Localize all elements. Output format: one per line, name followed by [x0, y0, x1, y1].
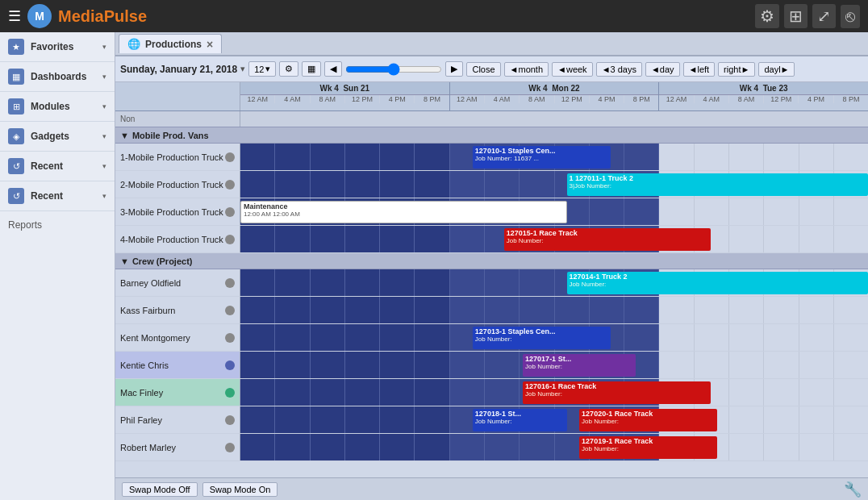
row-toggle[interactable]	[225, 415, 235, 425]
row-toggle[interactable]	[225, 306, 235, 315]
sidebar-item-modules[interactable]: ⊞ Modules ▾	[0, 92, 115, 122]
event-127014[interactable]: 127014-1 Truck 2 Job Number:	[567, 272, 868, 294]
sidebar-label-gadgets: Gadgets	[31, 131, 96, 142]
tab-label: Productions	[145, 39, 202, 50]
right-button[interactable]: right►	[718, 62, 755, 77]
event-127010[interactable]: 127010-1 Staples Cen... Job Number: 1163…	[473, 146, 611, 169]
event-title: 1 127011-1 Truck 2	[570, 174, 866, 182]
sidebar-label-recent2: Recent	[31, 190, 96, 202]
sidebar-item-dashboards[interactable]: ▦ Dashboards ▾	[0, 62, 115, 92]
row-toggle[interactable]	[225, 235, 235, 244]
event-127019[interactable]: 127019-1 Race Track Job Number:	[579, 436, 717, 459]
week-button[interactable]: ◄week	[552, 62, 593, 77]
row-toggle[interactable]	[225, 278, 235, 288]
dayl-button[interactable]: dayl►	[758, 62, 795, 77]
event-sub: Job Number:	[525, 363, 633, 370]
row-label-3-mobile: 3-Mobile Production Truck	[115, 198, 240, 225]
wrench-icon[interactable]: 🔧	[844, 481, 862, 498]
sidebar-reports[interactable]: Reports	[0, 213, 115, 237]
row-toggle[interactable]	[225, 333, 235, 343]
nav-next-button[interactable]: ▶	[445, 61, 463, 77]
row-cells: 127017-1 St... Job Number:	[240, 352, 868, 378]
sidebar-item-recent1[interactable]: ↺ Recent ▾	[0, 152, 115, 181]
event-title: 127013-1 Staples Cen...	[475, 327, 608, 335]
table-row: 4-Mobile Production Truck	[115, 226, 868, 253]
timeline-slider[interactable]	[345, 63, 442, 76]
grid-view-button[interactable]: ▦	[302, 61, 321, 77]
row-toggle[interactable]	[225, 207, 235, 217]
row-cells: 127018-1 St... Job Number: 127020-1 Race…	[240, 406, 868, 433]
row-toggle[interactable]	[225, 360, 235, 370]
fullscreen-icon[interactable]: ⤢	[812, 4, 836, 28]
tab-close-button[interactable]: ×	[207, 39, 213, 50]
week-3-title: Wk 4 Tue 23	[659, 82, 868, 95]
hour-label: 4 PM	[380, 95, 415, 103]
event-127018[interactable]: 127018-1 St... Job Number:	[473, 409, 567, 431]
swap-mode-off-button[interactable]: Swap Mode Off	[122, 482, 198, 497]
event-127020[interactable]: 127020-1 Race Track Job Number:	[579, 409, 717, 431]
hour-label: 4 PM	[590, 95, 624, 103]
row-toggle[interactable]	[225, 388, 235, 398]
main-layout: ★ Favorites ▾ ▦ Dashboards ▾ ⊞ Modules ▾…	[0, 32, 868, 500]
gadgets-icon: ◈	[8, 128, 24, 144]
configure-button[interactable]: ⚙	[279, 61, 298, 77]
header-label-spacer	[115, 82, 240, 110]
productions-tab[interactable]: 🌐 Productions ×	[119, 34, 222, 53]
row-toggle[interactable]	[225, 152, 235, 162]
nav-prev-button[interactable]: ◀	[324, 61, 342, 77]
row-name: Mac Finley	[120, 388, 163, 398]
zoom-selector[interactable]: 12 ▾	[248, 61, 276, 77]
row-name: 2-Mobile Production Truck	[120, 180, 223, 190]
sidebar-label-modules: Modules	[31, 101, 96, 112]
week-headers: Wk 4 Sun 21 12 AM 4 AM 8 AM 12 PM 4 PM 8…	[240, 82, 868, 110]
section-collapse-icon[interactable]: ▼	[120, 131, 129, 140]
layout-icon[interactable]: ⊞	[784, 4, 807, 28]
dashboards-arrow: ▾	[102, 73, 106, 81]
row-toggle[interactable]	[225, 180, 235, 190]
gear-icon[interactable]: ⚙	[755, 4, 779, 28]
logout-icon[interactable]: ⎋	[841, 5, 860, 28]
table-row: Barney Oldfield	[115, 269, 868, 297]
swap-mode-on-button[interactable]: Swap Mode On	[202, 482, 278, 497]
event-maintenance[interactable]: Maintenance 12:00 AM 12:00 AM	[240, 201, 567, 223]
hour-label: 12 PM	[555, 95, 590, 103]
row-name: Kentie Chris	[120, 360, 169, 370]
topbar: ☰ M MediaPulse ⚙ ⊞ ⤢ ⎋	[0, 0, 868, 32]
sidebar-item-gadgets[interactable]: ◈ Gadgets ▾	[0, 122, 115, 152]
hamburger-icon[interactable]: ☰	[8, 7, 21, 25]
timeline-wrapper[interactable]: Wk 4 Sun 21 12 AM 4 AM 8 AM 12 PM 4 PM 8…	[115, 82, 868, 477]
row-name: 1-Mobile Production Truck	[120, 152, 223, 162]
event-127015[interactable]: 127015-1 Race Track Job Number:	[504, 228, 712, 251]
week-2-hours: 12 AM 4 AM 8 AM 12 PM 4 PM 8 PM	[450, 95, 659, 103]
table-row: Robert Marley	[115, 434, 868, 461]
sidebar-item-favorites[interactable]: ★ Favorites ▾	[0, 32, 115, 62]
table-row: Kentie Chris	[115, 352, 868, 379]
hour-label: 4 PM	[799, 95, 833, 103]
hour-label: 4 AM	[695, 95, 729, 103]
table-row: Phil Farley	[115, 406, 868, 434]
row-toggle[interactable]	[225, 443, 235, 452]
day-button[interactable]: ◄day	[645, 62, 680, 77]
section-label: Mobile Prod. Vans	[132, 131, 209, 140]
week-1-title: Wk 4 Sun 21	[240, 82, 449, 95]
row-cells	[240, 297, 868, 323]
left-button[interactable]: ◄left	[683, 62, 716, 77]
event-127017[interactable]: 127017-1 St... Job Number:	[523, 354, 636, 377]
row-label-2-mobile: 2-Mobile Production Truck	[115, 171, 240, 198]
sidebar-item-recent2[interactable]: ↺ Recent ▾	[0, 181, 115, 211]
row-name: 4-Mobile Production Truck	[120, 235, 223, 244]
modules-arrow: ▾	[102, 102, 106, 110]
hour-label: 8 PM	[624, 95, 658, 103]
event-title: 127014-1 Truck 2	[570, 273, 866, 281]
3days-button[interactable]: ◄3 days	[596, 62, 642, 77]
event-127016[interactable]: 127016-1 Race Track Job Number:	[523, 381, 711, 404]
week-1-header: Wk 4 Sun 21 12 AM 4 AM 8 AM 12 PM 4 PM 8…	[240, 82, 450, 110]
row-name: Robert Marley	[120, 443, 176, 452]
month-button[interactable]: ◄month	[504, 62, 549, 77]
section-collapse-icon[interactable]: ▼	[120, 256, 129, 266]
close-button[interactable]: Close	[466, 62, 500, 77]
hour-label: 8 AM	[311, 95, 345, 103]
event-127013[interactable]: 127013-1 Staples Cen... Job Number:	[473, 327, 611, 349]
event-127011[interactable]: 1 127011-1 Truck 2 3|Job Number:	[567, 173, 868, 196]
date-dropdown-arrow[interactable]: ▾	[240, 64, 245, 74]
